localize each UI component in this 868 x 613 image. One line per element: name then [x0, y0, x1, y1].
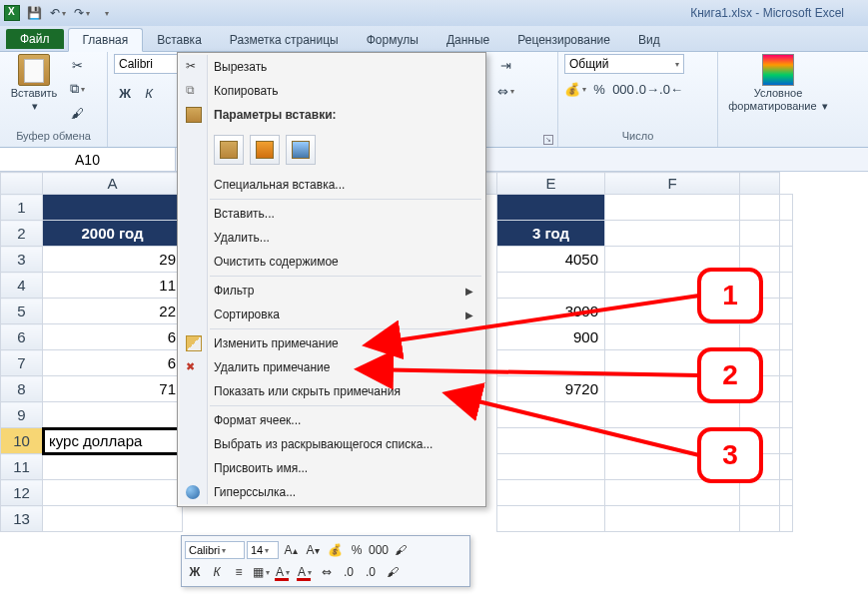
col-header-f[interactable]: F — [605, 173, 740, 195]
qat-customize-icon[interactable]: ▾ — [96, 3, 116, 23]
menu-hyperlink[interactable]: Гиперссылка... — [180, 480, 483, 504]
cell[interactable]: 6 — [43, 324, 183, 350]
row-header[interactable]: 8 — [1, 376, 43, 402]
menu-delete-comment[interactable]: Удалить примечание — [180, 355, 483, 379]
tab-formulas[interactable]: Формулы — [353, 29, 433, 51]
save-icon[interactable]: 💾 — [24, 3, 44, 23]
menu-insert[interactable]: Вставить... — [180, 202, 483, 226]
alignment-launcher-icon[interactable]: ↘ — [543, 135, 553, 145]
hyperlink-icon — [186, 485, 200, 499]
menu-define-name[interactable]: Присвоить имя... — [180, 456, 483, 480]
menu-paste-special[interactable]: Специальная вставка... — [180, 173, 483, 197]
menu-filter[interactable]: Фильтр▶ — [180, 279, 483, 303]
cell[interactable]: 71 — [43, 376, 183, 402]
col-header-e[interactable]: E — [497, 173, 605, 195]
increase-decimal-icon[interactable]: .0→ — [636, 78, 658, 100]
row-header[interactable]: 2 — [1, 221, 43, 247]
menu-show-hide-comments[interactable]: Показать или скрыть примечания — [180, 379, 483, 403]
format-painter-icon[interactable]: 🖌 — [391, 540, 411, 560]
format-icon[interactable]: 🖌 — [383, 562, 403, 582]
menu-cut[interactable]: Вырезать — [180, 55, 483, 79]
tab-data[interactable]: Данные — [433, 29, 503, 51]
merge-icon[interactable]: ⇔ — [317, 562, 337, 582]
paste-option-formatting[interactable] — [250, 135, 280, 165]
comma-style-icon[interactable]: 000 — [612, 78, 634, 100]
mini-font-name[interactable]: Calibri▾ — [185, 541, 245, 559]
row-header[interactable]: 9 — [1, 402, 43, 428]
col-header-a[interactable]: A — [43, 173, 183, 195]
percent-icon[interactable]: % — [588, 78, 610, 100]
group-font: Calibri Ж К — [108, 52, 184, 147]
cell[interactable]: 2000 год — [43, 221, 183, 247]
menu-format-cells[interactable]: Формат ячеек... — [180, 408, 483, 432]
mini-bold[interactable]: Ж — [185, 562, 205, 582]
increase-decimal-icon[interactable]: .0 — [339, 562, 359, 582]
number-format-box[interactable]: Общий ▾ — [564, 54, 684, 74]
merge-center-icon[interactable]: ⇔▾ — [494, 80, 516, 102]
row-header[interactable]: 11 — [1, 454, 43, 480]
currency-icon[interactable]: 💰▾ — [564, 78, 586, 100]
font-color-icon[interactable]: A▾ — [295, 562, 315, 582]
cell[interactable]: 29 — [43, 247, 183, 273]
menu-clear-contents[interactable]: Очистить содержимое — [180, 250, 483, 274]
borders-icon[interactable]: ▦▾ — [251, 562, 271, 582]
select-all-corner[interactable] — [1, 173, 43, 195]
cut-icon[interactable]: ✂ — [66, 54, 88, 76]
currency-icon[interactable]: 💰 — [325, 540, 345, 560]
cell[interactable]: 3 год — [497, 221, 605, 247]
cell[interactable]: 9720 — [497, 376, 605, 402]
format-painter-icon[interactable]: 🖌 — [66, 102, 88, 124]
cell[interactable]: 3000 — [497, 299, 605, 324]
undo-icon[interactable]: ↶▾ — [48, 3, 68, 23]
comma-icon[interactable]: 000 — [369, 540, 389, 560]
fill-color-icon[interactable]: A▾ — [273, 562, 293, 582]
cell[interactable]: 900 — [497, 324, 605, 350]
menu-delete[interactable]: Удалить... — [180, 226, 483, 250]
row-header[interactable]: 1 — [1, 195, 43, 221]
paste-icon — [18, 54, 50, 86]
copy-icon[interactable]: ⧉▾ — [66, 78, 88, 100]
italic-button[interactable]: К — [138, 82, 160, 104]
paste-button[interactable]: Вставить ▾ — [6, 54, 62, 112]
conditional-formatting-button[interactable]: Условное форматирование ▾ — [724, 54, 832, 112]
cell[interactable]: x — [497, 350, 605, 376]
row-header[interactable]: 3 — [1, 247, 43, 273]
row-header[interactable]: 7 — [1, 350, 43, 376]
name-box[interactable]: A10 — [0, 148, 176, 171]
cell[interactable]: x — [497, 273, 605, 299]
redo-icon[interactable]: ↷▾ — [72, 3, 92, 23]
row-header[interactable]: 5 — [1, 299, 43, 324]
row-header[interactable]: 13 — [1, 506, 43, 532]
menu-copy[interactable]: Копировать — [180, 79, 483, 103]
menu-dropdown-list[interactable]: Выбрать из раскрывающегося списка... — [180, 432, 483, 456]
paste-option-values[interactable] — [214, 135, 244, 165]
mini-italic[interactable]: К — [207, 562, 227, 582]
cell-selected[interactable]: курс доллара — [43, 428, 183, 454]
mini-font-size[interactable]: 14▾ — [247, 541, 279, 559]
decrease-decimal-icon[interactable]: .0 — [361, 562, 381, 582]
align-center-icon[interactable]: ≡ — [229, 562, 249, 582]
decrease-decimal-icon[interactable]: .0← — [660, 78, 682, 100]
tab-insert[interactable]: Вставка — [143, 29, 216, 51]
wrap-text-icon[interactable]: ⇥ — [494, 54, 516, 76]
tab-review[interactable]: Рецензирование — [503, 29, 624, 51]
cell[interactable]: 22 — [43, 299, 183, 324]
row-header[interactable]: 6 — [1, 324, 43, 350]
cell[interactable]: 11 — [43, 273, 183, 299]
row-header[interactable]: 10 — [1, 428, 43, 454]
menu-sort[interactable]: Сортировка▶ — [180, 303, 483, 326]
bold-button[interactable]: Ж — [114, 82, 136, 104]
decrease-font-icon[interactable]: A▾ — [303, 540, 323, 560]
paste-option-picture[interactable] — [286, 135, 316, 165]
tab-home[interactable]: Главная — [68, 28, 144, 52]
row-header[interactable]: 12 — [1, 480, 43, 506]
cell[interactable]: 4050 — [497, 247, 605, 273]
tab-view[interactable]: Вид — [624, 29, 674, 51]
cell[interactable]: 6 — [43, 350, 183, 376]
increase-font-icon[interactable]: A▴ — [281, 540, 301, 560]
tab-page-layout[interactable]: Разметка страницы — [216, 29, 353, 51]
menu-edit-comment[interactable]: Изменить примечание — [180, 331, 483, 355]
tab-file[interactable]: Файл — [6, 29, 64, 49]
percent-icon[interactable]: % — [347, 540, 367, 560]
row-header[interactable]: 4 — [1, 273, 43, 299]
